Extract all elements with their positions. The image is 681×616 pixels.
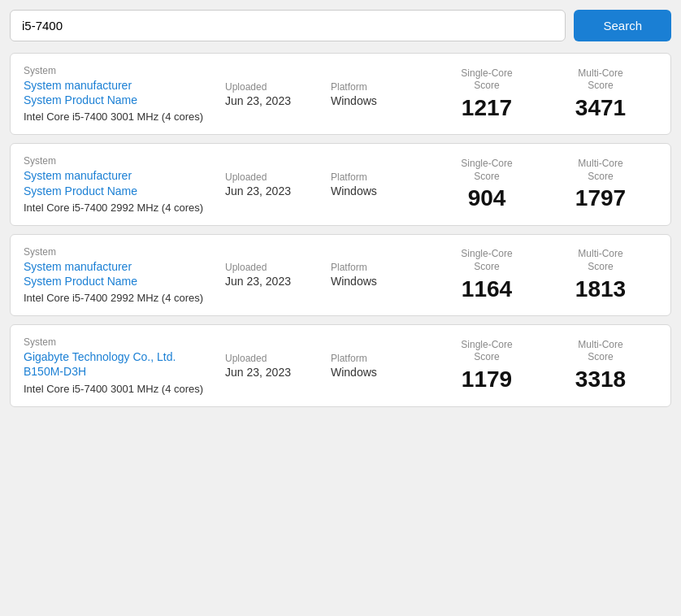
- system-detail: Intel Core i5-7400 2992 MHz (4 cores): [24, 202, 219, 214]
- platform-value: Windows: [331, 366, 430, 379]
- uploaded-col: UploadedJun 23, 2023: [219, 171, 324, 197]
- single-core-label: Single-Core Score: [430, 339, 544, 364]
- multi-core-col: Multi-Core Score1797: [544, 158, 657, 211]
- system-col: SystemSystem manufacturerSystem Product …: [24, 65, 219, 123]
- multi-core-label: Multi-Core Score: [544, 158, 657, 183]
- result-card: SystemSystem manufacturerSystem Product …: [10, 234, 671, 316]
- platform-value: Windows: [331, 275, 430, 288]
- single-core-label: Single-Core Score: [430, 158, 544, 183]
- system-detail: Intel Core i5-7400 3001 MHz (4 cores): [24, 383, 219, 395]
- platform-label: Platform: [331, 353, 430, 364]
- results-container: SystemSystem manufacturerSystem Product …: [10, 53, 671, 407]
- system-label: System: [24, 246, 219, 258]
- system-detail: Intel Core i5-7400 2992 MHz (4 cores): [24, 292, 219, 304]
- system-link[interactable]: System manufacturer: [24, 168, 219, 183]
- uploaded-date: Jun 23, 2023: [225, 184, 324, 197]
- system-col: SystemSystem manufacturerSystem Product …: [24, 155, 219, 213]
- search-input[interactable]: [10, 10, 566, 41]
- platform-label: Platform: [331, 171, 430, 183]
- single-core-score: 1179: [430, 367, 544, 393]
- search-button[interactable]: Search: [574, 10, 671, 41]
- platform-label: Platform: [331, 81, 430, 93]
- multi-core-label: Multi-Core Score: [544, 339, 657, 364]
- uploaded-col: UploadedJun 23, 2023: [219, 81, 324, 107]
- system-col: SystemGigabyte Technology Co., Ltd. B150…: [24, 336, 219, 394]
- uploaded-label: Uploaded: [225, 262, 324, 273]
- multi-core-label: Multi-Core Score: [544, 67, 657, 93]
- platform-col: PlatformWindows: [324, 353, 430, 379]
- system-product-link[interactable]: System Product Name: [24, 274, 219, 288]
- platform-value: Windows: [331, 184, 430, 197]
- system-detail: Intel Core i5-7400 3001 MHz (4 cores): [24, 111, 219, 123]
- result-card: SystemSystem manufacturerSystem Product …: [10, 53, 671, 135]
- multi-core-score: 3318: [544, 367, 657, 393]
- system-link[interactable]: Gigabyte Technology Co., Ltd. B150M-D3H: [24, 349, 219, 379]
- system-label: System: [24, 65, 219, 76]
- single-core-score: 904: [430, 186, 544, 211]
- system-label: System: [24, 336, 219, 348]
- uploaded-col: UploadedJun 23, 2023: [219, 262, 324, 288]
- platform-col: PlatformWindows: [324, 171, 430, 197]
- uploaded-col: UploadedJun 23, 2023: [219, 353, 324, 379]
- multi-core-label: Multi-Core Score: [544, 248, 657, 273]
- multi-core-col: Multi-Core Score1813: [544, 248, 657, 301]
- system-product-link[interactable]: System Product Name: [24, 93, 219, 107]
- platform-label: Platform: [331, 262, 430, 273]
- system-col: SystemSystem manufacturerSystem Product …: [24, 246, 219, 304]
- single-core-score: 1164: [430, 277, 544, 302]
- system-product-link[interactable]: System Product Name: [24, 184, 219, 198]
- uploaded-date: Jun 23, 2023: [225, 366, 324, 379]
- multi-core-score: 1797: [544, 186, 657, 211]
- multi-core-col: Multi-Core Score3471: [544, 67, 657, 121]
- single-core-col: Single-Core Score1164: [430, 248, 544, 301]
- system-label: System: [24, 155, 219, 167]
- multi-core-col: Multi-Core Score3318: [544, 339, 657, 393]
- single-core-col: Single-Core Score904: [430, 158, 544, 211]
- platform-col: PlatformWindows: [324, 81, 430, 107]
- single-core-label: Single-Core Score: [430, 248, 544, 273]
- search-bar: Search: [10, 10, 671, 41]
- multi-core-score: 3471: [544, 96, 657, 121]
- platform-value: Windows: [331, 94, 430, 107]
- uploaded-label: Uploaded: [225, 81, 324, 93]
- multi-core-score: 1813: [544, 277, 657, 302]
- single-core-label: Single-Core Score: [430, 67, 544, 93]
- result-card: SystemSystem manufacturerSystem Product …: [10, 143, 671, 225]
- single-core-col: Single-Core Score1217: [430, 67, 544, 121]
- single-core-score: 1217: [430, 96, 544, 121]
- result-card: SystemGigabyte Technology Co., Ltd. B150…: [10, 324, 671, 406]
- uploaded-label: Uploaded: [225, 171, 324, 183]
- uploaded-label: Uploaded: [225, 353, 324, 364]
- system-link[interactable]: System manufacturer: [24, 78, 219, 93]
- system-link[interactable]: System manufacturer: [24, 259, 219, 274]
- uploaded-date: Jun 23, 2023: [225, 275, 324, 288]
- uploaded-date: Jun 23, 2023: [225, 94, 324, 107]
- single-core-col: Single-Core Score1179: [430, 339, 544, 393]
- platform-col: PlatformWindows: [324, 262, 430, 288]
